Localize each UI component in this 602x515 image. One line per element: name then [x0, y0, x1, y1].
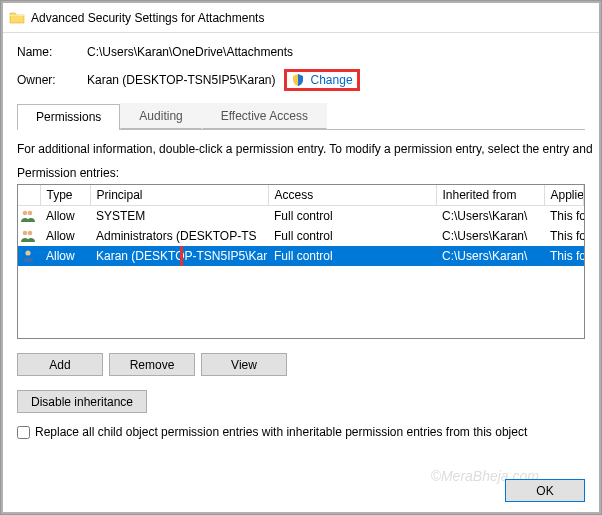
cell-principal: Karan (DESKTOP-TSN5IP5\Kar: [90, 246, 268, 266]
group-icon: [20, 209, 38, 223]
window-title: Advanced Security Settings for Attachmen…: [31, 11, 264, 25]
view-button[interactable]: View: [201, 353, 287, 376]
table-header-row[interactable]: Type Principal Access Inherited from App…: [18, 185, 584, 206]
remove-button[interactable]: Remove: [109, 353, 195, 376]
tab-effective-access[interactable]: Effective Access: [202, 103, 327, 129]
change-owner-link[interactable]: Change: [284, 69, 360, 91]
cell-type: Allow: [40, 246, 90, 266]
svg-point-0: [23, 210, 28, 215]
cell-applies: This fol: [544, 206, 584, 226]
cell-inherited: C:\Users\Karan\: [436, 246, 544, 266]
cell-principal: SYSTEM: [90, 206, 268, 226]
svg-point-1: [28, 210, 33, 215]
cell-type: Allow: [40, 206, 90, 226]
col-principal[interactable]: Principal: [90, 185, 268, 206]
instruction-text: For additional information, double-click…: [17, 142, 585, 156]
svg-point-4: [25, 250, 30, 255]
svg-point-3: [28, 230, 33, 235]
replace-checkbox[interactable]: [17, 426, 30, 439]
cell-access: Full control: [268, 206, 436, 226]
cell-access: Full control: [268, 226, 436, 246]
shield-icon: [291, 72, 307, 88]
col-icon[interactable]: [18, 185, 40, 206]
name-value: C:\Users\Karan\OneDrive\Attachments: [87, 45, 293, 59]
cell-inherited: C:\Users\Karan\: [436, 206, 544, 226]
cell-applies: This fol: [544, 226, 584, 246]
disable-inheritance-button[interactable]: Disable inheritance: [17, 390, 147, 413]
name-label: Name:: [17, 45, 87, 59]
replace-checkbox-row[interactable]: Replace all child object permission entr…: [17, 425, 585, 439]
change-label: Change: [311, 73, 353, 87]
col-access[interactable]: Access: [268, 185, 436, 206]
cell-type: Allow: [40, 226, 90, 246]
folder-icon: [9, 10, 25, 26]
owner-value: Karan (DESKTOP-TSN5IP5\Karan): [87, 73, 276, 87]
col-type[interactable]: Type: [40, 185, 90, 206]
table-row-selected[interactable]: Allow Karan (DESKTOP-TSN5IP5\Kar Full co…: [18, 246, 584, 266]
permission-entries-table[interactable]: Type Principal Access Inherited from App…: [17, 184, 585, 339]
ok-button[interactable]: OK: [505, 479, 585, 502]
col-applies[interactable]: Applies: [544, 185, 584, 206]
tabs: Permissions Auditing Effective Access: [17, 103, 585, 130]
table-row[interactable]: Allow Administrators (DESKTOP-TS Full co…: [18, 226, 584, 246]
group-icon: [20, 229, 38, 243]
tab-permissions[interactable]: Permissions: [17, 104, 120, 130]
cell-access: Full control: [268, 246, 436, 266]
add-button[interactable]: Add: [17, 353, 103, 376]
user-icon: [20, 249, 38, 263]
svg-point-2: [23, 230, 28, 235]
col-inherited[interactable]: Inherited from: [436, 185, 544, 206]
table-row[interactable]: Allow SYSTEM Full control C:\Users\Karan…: [18, 206, 584, 226]
replace-checkbox-label: Replace all child object permission entr…: [35, 425, 527, 439]
cell-principal: Administrators (DESKTOP-TS: [90, 226, 268, 246]
titlebar: Advanced Security Settings for Attachmen…: [3, 3, 599, 33]
cell-inherited: C:\Users\Karan\: [436, 226, 544, 246]
cell-applies: This fol: [544, 246, 584, 266]
permission-entries-label: Permission entries:: [17, 166, 585, 180]
owner-label: Owner:: [17, 73, 87, 87]
tab-auditing[interactable]: Auditing: [120, 103, 201, 129]
